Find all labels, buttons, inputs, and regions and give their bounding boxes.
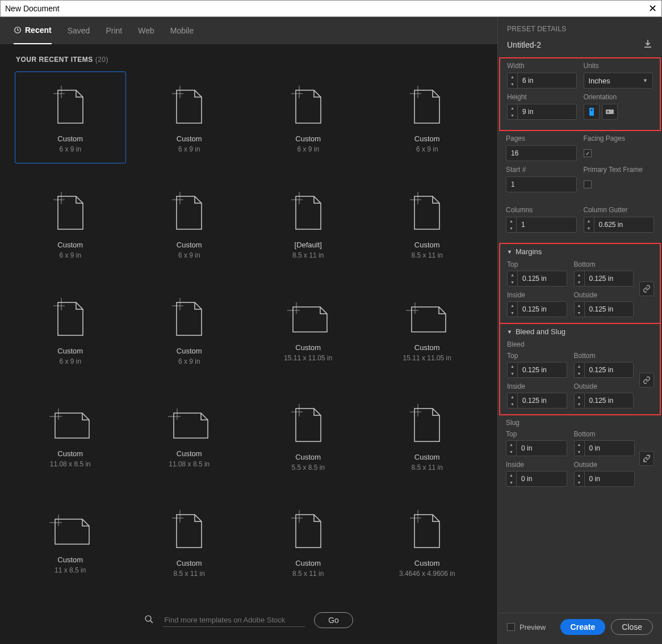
width-input[interactable]: ▲▼ 6 in (507, 73, 577, 89)
gutter-input[interactable]: ▲▼ 0.625 in (584, 217, 655, 233)
preset-item[interactable]: Custom6 x 9 in (15, 178, 126, 270)
preset-item[interactable]: Custom6 x 9 in (372, 71, 483, 163)
recent-heading-text: YOUR RECENT ITEMS (16, 56, 93, 64)
tab-label: Web (138, 26, 154, 35)
document-name[interactable]: Untitled-2 (507, 40, 541, 49)
pages-input[interactable]: 16 (506, 145, 577, 161)
tab-label: Print (106, 26, 122, 35)
margin-bottom-input[interactable]: ▲▼0.125 in (574, 271, 634, 287)
margin-top-input[interactable]: ▲▼0.125 in (507, 271, 567, 287)
preset-item[interactable]: Custom11 x 8.5 in (15, 496, 126, 588)
bleed-inside-input[interactable]: ▲▼0.125 in (507, 393, 567, 409)
create-button[interactable]: Create (560, 619, 606, 635)
start-label: Start # (506, 166, 577, 174)
presets-grid: Custom6 x 9 inCustom6 x 9 inCustom6 x 9 … (0, 71, 497, 602)
svg-rect-43 (589, 108, 594, 116)
close-button[interactable]: Close (611, 619, 653, 635)
preset-item[interactable]: Custom8.5 x 11 in (372, 178, 483, 270)
preset-name: Custom (295, 134, 321, 143)
search-input[interactable] (163, 613, 305, 627)
bleed-bottom-input[interactable]: ▲▼0.125 in (574, 362, 634, 378)
bleed-top-label: Top (507, 352, 567, 360)
preset-item[interactable]: Custom6 x 9 in (15, 71, 126, 163)
width-label: Width (507, 62, 577, 70)
preset-item[interactable]: Custom8.5 x 11 in (134, 496, 245, 588)
svg-rect-45 (606, 110, 614, 114)
tab-print[interactable]: Print (106, 17, 122, 44)
start-input[interactable]: 1 (506, 176, 577, 192)
preset-dims: 15.11 x 11.05 in (403, 354, 451, 362)
slug-outside-label: Outside (574, 461, 635, 469)
svg-point-46 (607, 111, 609, 113)
orientation-portrait[interactable] (584, 104, 600, 120)
preset-item[interactable]: Custom15.11 x 11.05 in (253, 284, 364, 376)
preset-name: Custom (57, 449, 83, 458)
preset-name: Custom (414, 134, 440, 143)
facing-pages-checkbox[interactable] (584, 149, 592, 157)
bleed-link-icon[interactable] (639, 373, 654, 388)
svg-line-42 (150, 621, 153, 623)
margin-outside-input[interactable]: ▲▼0.125 in (574, 301, 634, 317)
window-title: New Document (5, 4, 60, 13)
bleed-top-input[interactable]: ▲▼0.125 in (507, 362, 567, 378)
preset-dims: 6 x 9 in (416, 145, 438, 153)
preset-item[interactable]: [Default]8.5 x 11 in (253, 178, 364, 270)
tab-recent[interactable]: Recent (14, 17, 52, 44)
preset-item[interactable]: Custom6 x 9 in (134, 178, 245, 270)
slug-bottom-input[interactable]: ▲▼0 in (574, 440, 635, 456)
preset-dims: 3.4646 x 4.9606 in (399, 570, 455, 578)
tab-saved[interactable]: Saved (68, 17, 90, 44)
preset-name: Custom (177, 559, 202, 567)
preset-item[interactable]: Custom5.5 x 8.5 in (253, 390, 364, 482)
preset-item[interactable]: Custom6 x 9 in (134, 284, 245, 376)
svg-point-41 (145, 616, 151, 621)
preset-item[interactable]: Custom11.08 x 8.5 in (15, 390, 126, 482)
preset-item[interactable]: Custom8.5 x 11 in (372, 390, 483, 482)
slug-outside-input[interactable]: ▲▼0 in (574, 471, 635, 487)
titlebar: New Document ✕ (0, 0, 662, 17)
bleedslug-section-head[interactable]: ▼ Bleed and Slug (507, 327, 653, 336)
primary-text-checkbox[interactable] (584, 180, 592, 188)
go-button[interactable]: Go (314, 612, 353, 628)
width-up[interactable]: ▲ (508, 73, 517, 81)
preset-item[interactable]: Custom3.4646 x 4.9606 in (372, 496, 483, 588)
slug-link-icon[interactable] (639, 451, 654, 466)
preview-checkbox[interactable] (507, 623, 515, 631)
primary-label: Primary Text Frame (584, 166, 655, 174)
slug-top-input[interactable]: ▲▼0 in (506, 440, 567, 456)
preset-dims: 8.5 x 11 in (292, 251, 324, 259)
preset-item[interactable]: Custom8.5 x 11 in (253, 496, 364, 588)
pages-label: Pages (506, 134, 577, 142)
gutter-label: Column Gutter (584, 206, 655, 214)
save-preset-icon[interactable] (643, 39, 653, 50)
columns-input[interactable]: ▲▼ 1 (506, 217, 577, 233)
document-portrait-icon (410, 404, 444, 444)
units-select[interactable]: Inches ▼ (584, 73, 653, 89)
document-portrait-icon (291, 510, 325, 550)
orientation-landscape[interactable] (602, 104, 618, 120)
height-up[interactable]: ▲ (508, 104, 517, 112)
margins-link-icon[interactable] (639, 281, 654, 296)
preset-item[interactable]: Custom6 x 9 in (15, 284, 126, 376)
preset-name: [Default] (295, 241, 322, 249)
preset-item[interactable]: Custom6 x 9 in (253, 71, 364, 163)
tab-mobile[interactable]: Mobile (170, 17, 194, 44)
bottom-bar: Preview Create Close (498, 613, 662, 644)
slug-inside-input[interactable]: ▲▼0 in (506, 471, 567, 487)
preset-item[interactable]: Custom15.11 x 11.05 in (372, 284, 483, 376)
margin-inside-input[interactable]: ▲▼0.125 in (507, 301, 567, 317)
search-icon (144, 614, 154, 626)
preset-item[interactable]: Custom11.08 x 8.5 in (134, 390, 245, 482)
height-input[interactable]: ▲▼ 9 in (507, 104, 577, 120)
preset-item[interactable]: Custom6 x 9 in (134, 71, 245, 163)
height-down[interactable]: ▼ (508, 112, 517, 119)
width-down[interactable]: ▼ (508, 81, 517, 88)
preset-dims: 8.5 x 11 in (292, 570, 324, 578)
close-icon[interactable]: ✕ (648, 2, 657, 15)
bleed-outside-input[interactable]: ▲▼0.125 in (574, 393, 634, 409)
preset-dims: 6 x 9 in (59, 357, 81, 365)
slug-inside-label: Inside (506, 461, 567, 469)
preset-dims: 5.5 x 8.5 in (291, 464, 325, 472)
margins-section-head[interactable]: ▼ Margins (507, 247, 653, 256)
tab-web[interactable]: Web (138, 17, 154, 44)
